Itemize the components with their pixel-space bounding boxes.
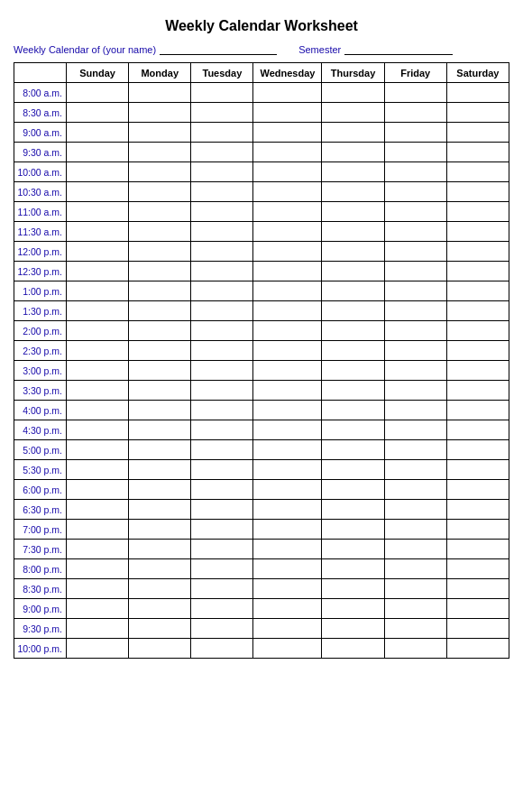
day-cell[interactable] [253,321,322,341]
day-cell[interactable] [67,579,129,599]
day-cell[interactable] [129,242,191,262]
day-cell[interactable] [446,559,509,579]
day-cell[interactable] [322,619,384,639]
day-cell[interactable] [191,262,253,281]
day-cell[interactable] [129,500,191,520]
day-cell[interactable] [384,520,446,540]
day-cell[interactable] [384,599,446,619]
day-cell[interactable] [446,381,509,401]
day-cell[interactable] [253,202,322,222]
day-cell[interactable] [129,381,191,401]
day-cell[interactable] [67,162,129,182]
day-cell[interactable] [322,460,384,480]
day-cell[interactable] [322,381,384,401]
day-cell[interactable] [446,639,509,659]
day-cell[interactable] [384,321,446,341]
day-cell[interactable] [191,103,253,123]
day-cell[interactable] [191,182,253,202]
day-cell[interactable] [322,401,384,420]
day-cell[interactable] [384,222,446,242]
day-cell[interactable] [129,103,191,123]
day-cell[interactable] [384,202,446,222]
day-cell[interactable] [384,123,446,143]
day-cell[interactable] [384,242,446,262]
day-cell[interactable] [322,242,384,262]
day-cell[interactable] [253,480,322,500]
day-cell[interactable] [67,440,129,460]
day-cell[interactable] [67,202,129,222]
day-cell[interactable] [446,401,509,420]
day-cell[interactable] [322,143,384,162]
day-cell[interactable] [384,262,446,281]
day-cell[interactable] [191,341,253,361]
day-cell[interactable] [384,162,446,182]
day-cell[interactable] [129,420,191,440]
day-cell[interactable] [129,599,191,619]
day-cell[interactable] [67,520,129,540]
day-cell[interactable] [322,202,384,222]
day-cell[interactable] [191,460,253,480]
day-cell[interactable] [446,361,509,381]
day-cell[interactable] [253,460,322,480]
day-cell[interactable] [253,341,322,361]
day-cell[interactable] [322,301,384,321]
day-cell[interactable] [191,222,253,242]
day-cell[interactable] [191,242,253,262]
day-cell[interactable] [129,321,191,341]
day-cell[interactable] [191,639,253,659]
day-cell[interactable] [67,619,129,639]
day-cell[interactable] [253,182,322,202]
day-cell[interactable] [384,281,446,301]
day-cell[interactable] [191,162,253,182]
day-cell[interactable] [129,480,191,500]
day-cell[interactable] [322,639,384,659]
day-cell[interactable] [253,262,322,281]
day-cell[interactable] [384,420,446,440]
day-cell[interactable] [129,182,191,202]
day-cell[interactable] [446,619,509,639]
day-cell[interactable] [191,83,253,103]
day-cell[interactable] [191,579,253,599]
day-cell[interactable] [446,262,509,281]
day-cell[interactable] [322,123,384,143]
day-cell[interactable] [191,361,253,381]
day-cell[interactable] [384,639,446,659]
day-cell[interactable] [322,420,384,440]
day-cell[interactable] [446,500,509,520]
day-cell[interactable] [67,540,129,559]
day-cell[interactable] [191,540,253,559]
day-cell[interactable] [322,599,384,619]
day-cell[interactable] [384,361,446,381]
day-cell[interactable] [253,361,322,381]
day-cell[interactable] [67,639,129,659]
day-cell[interactable] [129,639,191,659]
day-cell[interactable] [253,103,322,123]
day-cell[interactable] [191,440,253,460]
day-cell[interactable] [67,182,129,202]
day-cell[interactable] [384,182,446,202]
day-cell[interactable] [67,222,129,242]
day-cell[interactable] [67,420,129,440]
day-cell[interactable] [129,222,191,242]
day-cell[interactable] [322,281,384,301]
day-cell[interactable] [446,440,509,460]
day-cell[interactable] [446,83,509,103]
day-cell[interactable] [446,143,509,162]
day-cell[interactable] [253,123,322,143]
day-cell[interactable] [129,143,191,162]
day-cell[interactable] [253,242,322,262]
day-cell[interactable] [129,520,191,540]
day-cell[interactable] [446,222,509,242]
day-cell[interactable] [446,123,509,143]
day-cell[interactable] [191,281,253,301]
day-cell[interactable] [322,540,384,559]
name-field[interactable] [160,43,277,55]
day-cell[interactable] [446,520,509,540]
day-cell[interactable] [446,202,509,222]
day-cell[interactable] [129,262,191,281]
day-cell[interactable] [67,143,129,162]
day-cell[interactable] [67,559,129,579]
day-cell[interactable] [253,83,322,103]
day-cell[interactable] [446,281,509,301]
day-cell[interactable] [253,420,322,440]
